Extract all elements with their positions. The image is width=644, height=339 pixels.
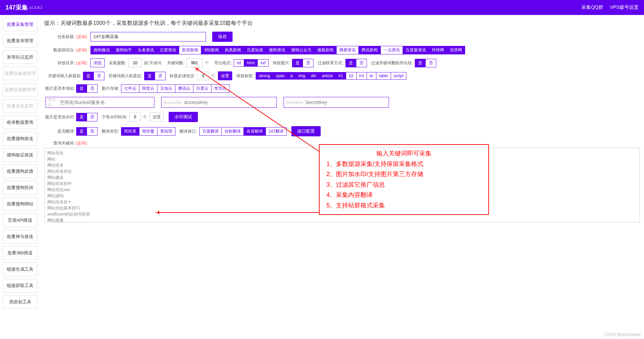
chip[interactable]: 又拍云	[157, 84, 175, 93]
chip[interactable]: 搜狗资讯	[266, 46, 288, 54]
chip[interactable]: 华为云	[211, 84, 230, 93]
chip[interactable]: 百度翻译	[199, 127, 222, 136]
chip[interactable]: 头条资讯	[135, 46, 157, 54]
qq-group-link[interactable]: 采集QQ群	[581, 4, 603, 11]
chip[interactable]: 七牛云	[121, 84, 139, 93]
sidebar-item[interactable]: 批量搜狗反馈	[3, 165, 37, 178]
wm-set-button[interactable]: 设置	[150, 113, 164, 121]
keywords-textarea[interactable]	[44, 148, 640, 222]
chip[interactable]: h2	[346, 72, 356, 80]
chip[interactable]: 360新闻	[201, 46, 222, 54]
chip[interactable]: 英转简	[157, 127, 175, 136]
chip[interactable]: 百度最资讯	[403, 46, 429, 54]
trans-yes[interactable]: 是	[76, 127, 87, 136]
chip[interactable]: h3	[357, 72, 367, 80]
fc-no[interactable]: 否	[356, 59, 367, 67]
chip[interactable]: 一点资讯	[381, 46, 403, 54]
keepimg-no[interactable]: 否	[303, 59, 313, 67]
task-title-input[interactable]	[90, 32, 206, 41]
chip[interactable]: 简转英	[121, 127, 139, 136]
sidebar-item[interactable]: 批量搜狗绑站	[3, 197, 37, 211]
chip[interactable]: 新浪新闻	[179, 46, 201, 54]
chip[interactable]: 简转繁	[139, 127, 157, 136]
wm-no[interactable]: 否	[87, 113, 98, 121]
ia-yes[interactable]: 是	[144, 72, 155, 80]
ia-no[interactable]: 否	[155, 72, 166, 80]
sidebar-item[interactable]: 收录数据查询	[3, 116, 37, 129]
count-input[interactable]	[128, 58, 142, 67]
sidebar-item[interactable]: 批量搜狗推送	[3, 132, 37, 146]
trans-no[interactable]: 否	[87, 127, 98, 136]
chip[interactable]: script	[391, 72, 407, 80]
chip[interactable]: p	[288, 72, 296, 80]
fc-yes[interactable]: 是	[345, 59, 356, 67]
chip[interactable]: 百度资讯	[157, 46, 179, 54]
sidebar-item[interactable]: 百度API推送	[3, 214, 37, 227]
chip[interactable]: html	[244, 59, 258, 67]
wm-yes[interactable]: 是	[76, 113, 87, 121]
chip[interactable]: 澎湃网	[447, 46, 465, 54]
wm-rotate-input[interactable]	[129, 113, 141, 121]
chip[interactable]: 腾讯云	[175, 84, 193, 93]
accesskey-input[interactable]	[184, 100, 274, 105]
trans-api-chipgroup: 百度翻译谷歌翻译有道翻译147翻译	[199, 127, 287, 136]
chip[interactable]: 环球网	[429, 46, 447, 54]
il-no[interactable]: 否	[87, 84, 98, 93]
sidebar-item[interactable]: 批量采集管理	[3, 18, 37, 31]
ib-no[interactable]: 否	[94, 72, 104, 80]
chip[interactable]: 147翻译	[266, 127, 287, 136]
row-kw-label: 查询关键词: (必填)	[44, 140, 640, 146]
sidebar-item[interactable]: 批量搜狗投诉	[3, 181, 37, 194]
sidebar-item[interactable]: 批量神马推送	[3, 230, 37, 243]
chip[interactable]: 凤凰新闻	[222, 46, 244, 54]
chip[interactable]: xxf	[258, 59, 269, 67]
fk-yes[interactable]: 是	[415, 59, 426, 67]
chip[interactable]: 搜狗公众号	[288, 46, 315, 54]
vps-settings-link[interactable]: VPS拨号设置	[610, 4, 639, 11]
sidebar-item[interactable]: 批量发布管理	[3, 34, 37, 48]
chip[interactable]: 阿里云	[139, 84, 157, 93]
sidebar-item[interactable]: 搜狗验证推送	[3, 148, 37, 162]
sidebar-item[interactable]: 批量360推送	[3, 246, 37, 260]
secretkey-input[interactable]	[305, 100, 387, 105]
chip[interactable]: 腾讯新闻	[359, 46, 381, 54]
must-contain-input[interactable]	[198, 71, 209, 80]
must-set-button[interactable]: 设置	[218, 71, 232, 80]
chip[interactable]: span	[273, 72, 288, 80]
chip[interactable]: 百度云	[193, 84, 211, 93]
il-yes[interactable]: 是	[76, 84, 87, 93]
sidebar-item[interactable]: 链接抓取工具	[3, 279, 37, 292]
trans-type-chipgroup: 简转英简转繁英转简	[121, 127, 175, 136]
chip[interactable]: 网易资讯	[337, 46, 359, 54]
chip[interactable]: 百度知道	[244, 46, 266, 54]
chip[interactable]: br	[367, 72, 376, 80]
chip[interactable]: h1	[336, 72, 346, 80]
keepimg-yes[interactable]: 是	[292, 59, 303, 67]
chip[interactable]: 谷歌翻译	[222, 127, 244, 136]
chip[interactable]: 搜狗知乎	[113, 46, 135, 54]
chip[interactable]: 有道翻译	[244, 127, 266, 136]
insert-after-label: 关键词插入标题后:	[108, 73, 142, 79]
ib-yes[interactable]: 是	[83, 72, 94, 80]
chip[interactable]: txt	[234, 59, 244, 67]
chip[interactable]: 搜狐新闻	[315, 46, 337, 54]
save-button[interactable]: 保存	[212, 32, 233, 42]
chip[interactable]: article	[319, 72, 336, 80]
trans-toggle: 是 否	[76, 127, 98, 136]
chip[interactable]: table	[376, 72, 391, 80]
filtercontact-toggle: 是 否	[345, 59, 367, 67]
sidebar-item[interactable]: 发布站点监控	[3, 50, 37, 64]
chip[interactable]: div	[308, 72, 319, 80]
trans-label: 是否翻译:	[44, 129, 75, 134]
chip[interactable]: strong	[256, 72, 273, 80]
browse-button[interactable]: 浏览	[90, 58, 105, 67]
kwnum-input[interactable]	[186, 58, 203, 67]
trans-config-button[interactable]: 接口配置	[291, 126, 321, 136]
chip[interactable]: 搜狗微信	[90, 46, 113, 54]
space-input[interactable]	[60, 100, 152, 105]
wm-test-button[interactable]: 水印测试	[169, 112, 198, 122]
sidebar-item[interactable]: 链接生成工具	[3, 262, 37, 276]
chip[interactable]: img	[296, 72, 308, 80]
sidebar-item[interactable]: 伪原创工具	[3, 295, 37, 309]
fk-no[interactable]: 否	[426, 59, 436, 67]
